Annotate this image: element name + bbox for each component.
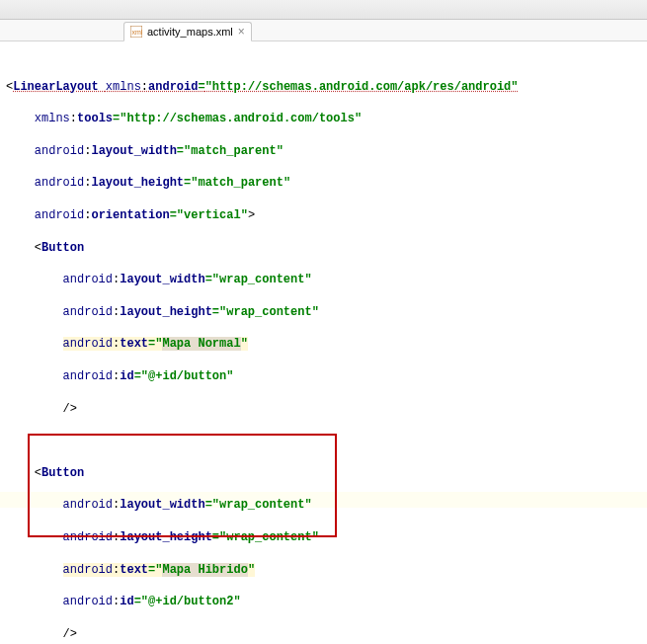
code-line: <Button xyxy=(6,465,647,481)
annotation-box xyxy=(28,434,337,537)
code-line: android:layout_height="wrap_content" xyxy=(6,529,647,545)
tab-bar: xml activity_maps.xml × xyxy=(0,20,647,41)
tab-activity-maps[interactable]: xml activity_maps.xml × xyxy=(123,22,252,41)
code-line: xmlns:tools="http://schemas.android.com/… xyxy=(6,111,647,126)
code-line: <Button xyxy=(6,240,647,256)
code-line: android:id="@+id/button" xyxy=(6,368,647,384)
code-line: android:text="Mapa Normal" xyxy=(6,336,647,352)
code-line: android:layout_height="match_parent" xyxy=(6,175,647,191)
code-line: /> xyxy=(6,401,647,417)
code-line: /> xyxy=(6,626,647,642)
code-line: android:layout_width="wrap_content" xyxy=(6,272,647,287)
xml-file-icon: xml xyxy=(130,26,142,38)
code-line: android:orientation="vertical"> xyxy=(6,207,647,223)
svg-text:xml: xml xyxy=(132,29,143,36)
code-line: android:text="Mapa Hibrido" xyxy=(6,562,647,578)
close-icon[interactable]: × xyxy=(238,26,245,38)
tab-label: activity_maps.xml xyxy=(147,26,233,38)
code-line: android:id="@+id/button2" xyxy=(6,594,647,609)
code-line: android:layout_width="match_parent" xyxy=(6,143,647,159)
top-toolbar xyxy=(0,0,647,20)
code-line: <LinearLayout xmlns:android="http://sche… xyxy=(6,79,647,95)
code-line xyxy=(6,433,647,448)
code-editor[interactable]: <LinearLayout xmlns:android="http://sche… xyxy=(0,41,647,644)
code-line: android:layout_height="wrap_content" xyxy=(6,304,647,320)
code-line: android:layout_width="wrap_content" xyxy=(6,497,647,513)
